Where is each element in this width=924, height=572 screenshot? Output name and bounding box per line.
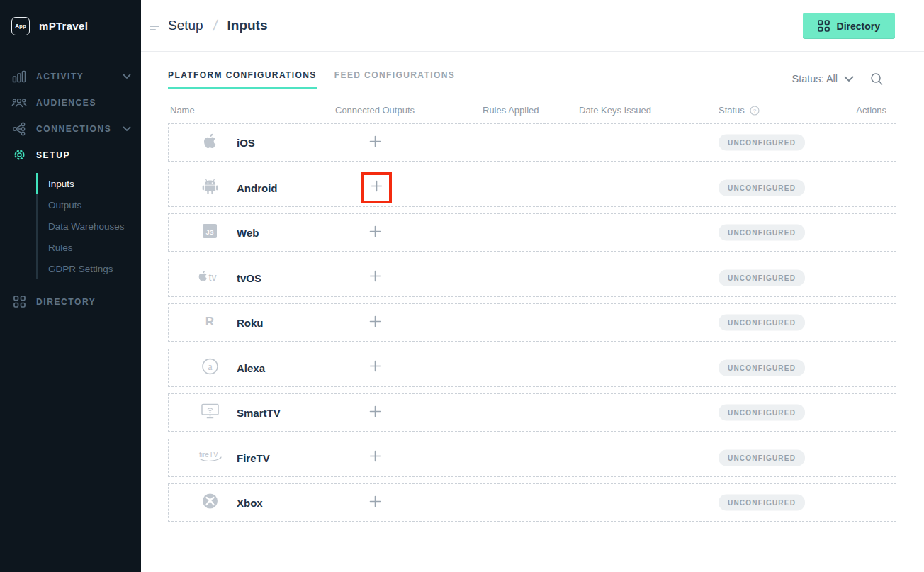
- app-logo: App mPTravel: [0, 0, 141, 52]
- column-header-name: Name: [170, 105, 195, 116]
- add-connected-output-button[interactable]: [361, 398, 389, 427]
- sidebar-collapse-icon[interactable]: [150, 22, 161, 35]
- gear-icon: [11, 148, 27, 162]
- status-badge: UNCONFIGURED: [719, 135, 805, 151]
- sidebar-item-data-warehouses[interactable]: Data Warehouses: [38, 215, 141, 237]
- add-connected-output-button[interactable]: [361, 354, 389, 382]
- plus-icon: [369, 405, 381, 420]
- add-connected-output-button[interactable]: [361, 308, 389, 337]
- sidebar-item-label: CONNECTIONS: [36, 124, 111, 134]
- bar-chart-icon: [11, 70, 27, 83]
- smarttv-icon: [201, 403, 220, 422]
- help-icon[interactable]: ?: [750, 106, 760, 116]
- column-header-status-label: Status: [719, 105, 745, 116]
- platform-row-tvos: tvtvOSUNCONFIGURED: [168, 259, 896, 297]
- sidebar-subitem-label: Outputs: [48, 200, 81, 211]
- platform-row-xbox: XboxUNCONFIGURED: [168, 483, 896, 522]
- setup-submenu: InputsOutputsData WarehousesRulesGDPR Se…: [36, 173, 141, 279]
- chevron-down-icon: [123, 126, 131, 132]
- plus-icon: [369, 450, 381, 465]
- plus-icon: [369, 495, 381, 510]
- alexa-icon: a: [201, 357, 219, 378]
- sidebar-item-outputs[interactable]: Outputs: [38, 194, 141, 215]
- sidebar: App mPTravel ACTIVITYAUDIENCESCONNECTION…: [0, 0, 141, 572]
- breadcrumb-section[interactable]: Setup: [168, 18, 203, 33]
- android-icon: [201, 178, 219, 197]
- sidebar-item-connections[interactable]: CONNECTIONS: [0, 116, 141, 142]
- plus-icon: [369, 360, 381, 375]
- plus-icon: [369, 225, 381, 240]
- svg-text:R: R: [205, 315, 214, 328]
- add-connected-output-button[interactable]: [361, 128, 389, 157]
- status-badge: UNCONFIGURED: [719, 449, 805, 466]
- directory-button[interactable]: Directory: [803, 13, 895, 39]
- svg-text:JS: JS: [205, 229, 213, 236]
- sidebar-item-gdpr-settings[interactable]: GDPR Settings: [38, 258, 141, 279]
- platform-name: Web: [237, 227, 259, 239]
- table-header: Name Connected Outputs Rules Applied Dat…: [168, 105, 896, 118]
- status-badge: UNCONFIGURED: [719, 495, 805, 511]
- platform-name: Android: [237, 181, 278, 194]
- sidebar-item-label: AUDIENCES: [36, 98, 96, 108]
- chevron-down-icon: [123, 74, 131, 79]
- platform-row-firetv: fireTVFireTVUNCONFIGURED: [168, 439, 896, 477]
- main-content: PLATFORM CONFIGURATIONSFEED CONFIGURATIO…: [141, 52, 924, 572]
- add-connected-output-button-highlighted[interactable]: [361, 172, 392, 203]
- breadcrumb: Setup / Inputs: [168, 17, 268, 34]
- tab-feed-configurations[interactable]: FEED CONFIGURATIONS: [334, 70, 455, 89]
- platform-row-android: AndroidUNCONFIGURED: [168, 169, 896, 207]
- people-icon: [11, 97, 27, 108]
- sidebar-item-activity[interactable]: ACTIVITY: [0, 63, 141, 89]
- status-filter-label: Status: All: [792, 73, 838, 84]
- sidebar-subitem-label: Rules: [48, 242, 73, 253]
- sidebar-item-directory[interactable]: DIRECTORY: [0, 288, 141, 315]
- tab-platform-configurations[interactable]: PLATFORM CONFIGURATIONS: [168, 70, 317, 89]
- search-icon[interactable]: [870, 72, 884, 86]
- plus-icon: [371, 180, 383, 195]
- status-badge: UNCONFIGURED: [719, 269, 805, 286]
- svg-text:?: ?: [753, 108, 757, 114]
- app-title: mPTravel: [39, 20, 88, 32]
- page-title: Inputs: [227, 18, 268, 33]
- platform-row-smarttv: SmartTVUNCONFIGURED: [168, 393, 896, 432]
- plus-icon: [369, 135, 381, 150]
- appletv-icon: tv: [198, 270, 221, 285]
- add-connected-output-button[interactable]: [361, 264, 389, 292]
- sidebar-subitem-label: GDPR Settings: [48, 264, 113, 274]
- platform-row-ios: iOSUNCONFIGURED: [168, 123, 896, 162]
- plus-icon: [369, 315, 381, 330]
- firetv-icon: fireTV: [198, 449, 222, 466]
- network-icon: [11, 122, 27, 136]
- sidebar-subitem-label: Inputs: [48, 179, 74, 189]
- directory-button-label: Directory: [837, 21, 880, 32]
- add-connected-output-button[interactable]: [361, 444, 389, 472]
- status-badge: UNCONFIGURED: [719, 225, 805, 241]
- add-connected-output-button[interactable]: [361, 488, 389, 517]
- xbox-icon: [202, 493, 218, 512]
- add-connected-output-button[interactable]: [361, 218, 389, 247]
- sidebar-item-rules[interactable]: Rules: [38, 237, 141, 258]
- app-logo-badge: App: [11, 17, 30, 35]
- column-header-status: Status ?: [719, 105, 760, 116]
- plus-icon: [369, 270, 381, 285]
- grid-icon: [818, 20, 830, 32]
- status-badge: UNCONFIGURED: [719, 179, 805, 196]
- sidebar-item-inputs[interactable]: Inputs: [38, 173, 141, 194]
- roku-icon: R: [203, 314, 217, 331]
- status-filter-dropdown[interactable]: Status: All: [792, 73, 854, 84]
- sidebar-item-setup[interactable]: SETUP: [0, 142, 141, 168]
- platform-name: FireTV: [237, 452, 270, 464]
- sidebar-nav: ACTIVITYAUDIENCESCONNECTIONSSETUP: [0, 63, 141, 168]
- column-header-date-keys-issued: Date Keys Issued: [579, 105, 651, 116]
- platform-row-roku: RRokuUNCONFIGURED: [168, 303, 896, 342]
- chevron-down-icon: [844, 76, 854, 82]
- sidebar-item-audiences[interactable]: AUDIENCES: [0, 89, 141, 116]
- sidebar-item-label: ACTIVITY: [36, 72, 84, 82]
- platform-row-alexa: aAlexaUNCONFIGURED: [168, 349, 896, 387]
- platform-name: Xbox: [237, 497, 263, 509]
- js-icon: JS: [203, 224, 217, 241]
- platform-name: tvOS: [237, 271, 261, 284]
- column-header-actions: Actions: [856, 105, 886, 116]
- page-header: Setup / Inputs Directory: [141, 0, 924, 52]
- active-indicator: [36, 173, 38, 194]
